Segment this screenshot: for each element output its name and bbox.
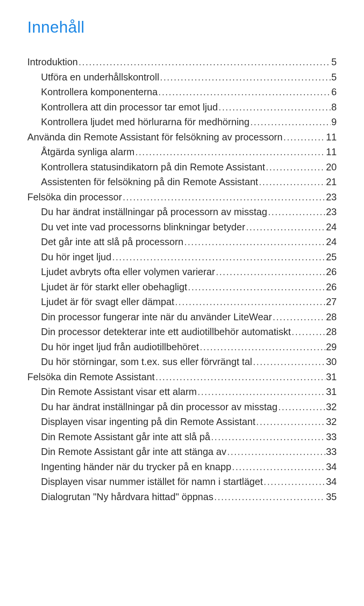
toc-leader-dots — [78, 55, 331, 70]
toc-entry[interactable]: Displayen visar nummer istället för namn… — [27, 474, 337, 490]
toc-entry-page: 26 — [326, 280, 337, 295]
toc-entry-label: Utföra en underhållskontroll — [41, 70, 159, 85]
toc-entry[interactable]: Displayen visar ingenting på din Remote … — [27, 414, 337, 430]
toc-entry-label: Din Remote Assistant går inte att stänga… — [41, 444, 226, 460]
toc-leader-dots — [232, 460, 325, 475]
toc-entry-label: Din Remote Assistant visar ett alarm — [41, 384, 197, 400]
toc-entry[interactable]: Ljudet är för svagt eller dämpat27 — [27, 294, 337, 310]
toc-entry-page: 31 — [326, 384, 337, 400]
toc-entry[interactable]: Ljudet avbryts ofta eller volymen varier… — [27, 264, 337, 280]
toc-entry[interactable]: Åtgärda synliga alarm11 — [27, 145, 337, 160]
toc-entry-label: Du hör inget ljud — [41, 250, 111, 265]
toc-entry-page: 33 — [326, 444, 337, 460]
toc-leader-dots — [250, 115, 331, 130]
toc-leader-dots — [122, 190, 325, 205]
toc-entry-label: Din processor fungerar inte när du använ… — [41, 310, 272, 325]
toc-entry-page: 28 — [326, 310, 337, 325]
toc-entry-label: Du hör inget ljud från audiotillbehöret — [41, 340, 199, 355]
toc-entry-label: Felsöka din processor — [27, 190, 122, 205]
toc-entry[interactable]: Utföra en underhållskontroll5 — [27, 70, 337, 85]
toc-entry-label: Din Remote Assistant går inte att slå på — [41, 430, 210, 445]
toc-entry[interactable]: Assistenten för felsökning på din Remote… — [27, 175, 337, 190]
toc-entry-page: 24 — [326, 220, 337, 235]
toc-leader-dots — [283, 130, 325, 145]
toc-entry[interactable]: Din processor detekterar inte ett audiot… — [27, 324, 337, 340]
toc-entry-label: Introduktion — [27, 55, 78, 70]
toc-entry-label: Dialogrutan "Ny hårdvara hittad" öppnas — [41, 490, 213, 505]
toc-entry[interactable]: Du hör inget ljud från audiotillbehöret2… — [27, 340, 337, 355]
table-of-contents: Introduktion5Utföra en underhållskontrol… — [27, 55, 337, 504]
toc-leader-dots — [200, 340, 325, 355]
toc-entry-label: Du vet inte vad processorns blinkningar … — [41, 220, 245, 235]
toc-leader-dots — [278, 400, 325, 415]
toc-entry-label: Använda din Remote Assistant för felsökn… — [27, 130, 282, 145]
toc-entry-label: Kontrollera komponenterna — [41, 85, 158, 100]
toc-entry-page: 26 — [326, 264, 337, 280]
toc-entry[interactable]: Kontrollera ljudet med hörlurarna för me… — [27, 115, 337, 130]
toc-entry-label: Din processor detekterar inte ett audiot… — [41, 324, 291, 340]
toc-entry-label: Kontrollera ljudet med hörlurarna för me… — [41, 115, 249, 130]
toc-leader-dots — [112, 250, 325, 265]
toc-entry[interactable]: Felsöka din Remote Assistant31 — [27, 370, 337, 385]
toc-entry[interactable]: Introduktion5 — [27, 55, 337, 70]
page-title: Innehåll — [27, 18, 337, 36]
toc-entry[interactable]: Det går inte att slå på processorn24 — [27, 235, 337, 250]
toc-entry-page: 5 — [331, 70, 337, 85]
toc-leader-dots — [266, 160, 325, 175]
toc-entry-label: Felsöka din Remote Assistant — [27, 370, 155, 385]
toc-entry-page: 23 — [326, 205, 337, 220]
toc-entry-label: Assistenten för felsökning på din Remote… — [41, 175, 258, 190]
toc-entry[interactable]: Felsöka din processor23 — [27, 190, 337, 205]
toc-leader-dots — [211, 430, 325, 445]
toc-entry[interactable]: Din processor fungerar inte när du använ… — [27, 310, 337, 325]
toc-leader-dots — [264, 474, 325, 490]
toc-entry-label: Kontrollera att din processor tar emot l… — [41, 100, 218, 115]
toc-entry-page: 24 — [326, 235, 337, 250]
toc-entry-page: 34 — [326, 460, 337, 475]
toc-entry-page: 29 — [326, 340, 337, 355]
toc-entry-page: 6 — [331, 85, 337, 100]
toc-entry-label: Ljudet avbryts ofta eller volymen varier… — [41, 264, 215, 280]
toc-leader-dots — [218, 100, 331, 115]
toc-entry[interactable]: Ljudet är för starkt eller obehagligt26 — [27, 280, 337, 295]
toc-entry[interactable]: Ingenting händer när du trycker på en kn… — [27, 460, 337, 475]
toc-entry-page: 34 — [326, 474, 337, 490]
toc-entry[interactable]: Du har ändrat inställningar på processor… — [27, 205, 337, 220]
toc-leader-dots — [158, 85, 331, 100]
toc-entry-page: 5 — [331, 55, 337, 70]
toc-leader-dots — [227, 444, 325, 460]
toc-leader-dots — [273, 310, 325, 325]
toc-entry-page: 9 — [331, 115, 337, 130]
toc-leader-dots — [256, 414, 325, 430]
toc-entry[interactable]: Du har ändrat inställningar på din proce… — [27, 400, 337, 415]
toc-entry[interactable]: Kontrollera komponenterna6 — [27, 85, 337, 100]
toc-entry[interactable]: Använda din Remote Assistant för felsökn… — [27, 130, 337, 145]
toc-entry-page: 11 — [326, 130, 337, 145]
toc-entry-label: Displayen visar ingenting på din Remote … — [41, 414, 256, 430]
toc-leader-dots — [214, 490, 325, 505]
toc-entry-label: Ljudet är för starkt eller obehagligt — [41, 280, 187, 295]
toc-leader-dots — [135, 145, 325, 160]
toc-entry-page: 27 — [326, 294, 337, 310]
toc-entry[interactable]: Du vet inte vad processorns blinkningar … — [27, 220, 337, 235]
toc-entry[interactable]: Du hör störningar, som t.ex. sus eller f… — [27, 354, 337, 370]
toc-entry-label: Du har ändrat inställningar på din proce… — [41, 400, 278, 415]
toc-entry[interactable]: Din Remote Assistant visar ett alarm31 — [27, 384, 337, 400]
toc-entry[interactable]: Kontrollera statusindikatorn på din Remo… — [27, 160, 337, 175]
toc-leader-dots — [155, 370, 325, 385]
toc-entry[interactable]: Dialogrutan "Ny hårdvara hittad" öppnas3… — [27, 490, 337, 505]
toc-leader-dots — [198, 384, 325, 400]
toc-entry[interactable]: Din Remote Assistant går inte att stänga… — [27, 444, 337, 460]
toc-entry[interactable]: Din Remote Assistant går inte att slå på… — [27, 430, 337, 445]
toc-entry-page: 20 — [326, 160, 337, 175]
toc-leader-dots — [184, 235, 325, 250]
toc-entry[interactable]: Kontrollera att din processor tar emot l… — [27, 100, 337, 115]
toc-entry-page: 8 — [331, 100, 337, 115]
toc-entry-label: Du har ändrat inställningar på processor… — [41, 205, 267, 220]
toc-entry[interactable]: Du hör inget ljud25 — [27, 250, 337, 265]
toc-entry-label: Åtgärda synliga alarm — [41, 145, 135, 160]
toc-leader-dots — [216, 264, 325, 280]
toc-entry-label: Kontrollera statusindikatorn på din Remo… — [41, 160, 265, 175]
toc-leader-dots — [188, 280, 325, 295]
toc-entry-label: Ingenting händer när du trycker på en kn… — [41, 460, 231, 475]
